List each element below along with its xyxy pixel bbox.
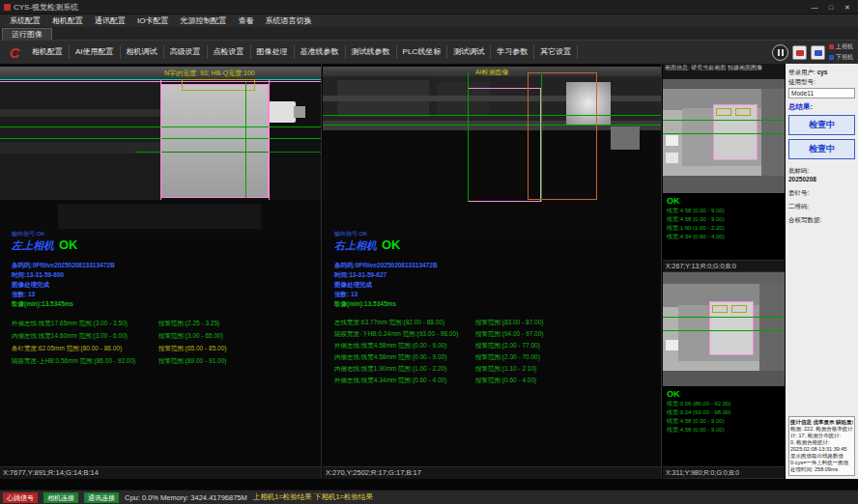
ai-overlay-label: AI检测图像	[475, 68, 509, 77]
toolbar-baseline-params[interactable]: 基准线参数	[295, 45, 346, 59]
aux-result-ok: OK	[667, 196, 785, 206]
machine-bottom-band	[663, 371, 785, 386]
machine-bottom-band	[663, 176, 785, 193]
toolbar-learn-params[interactable]: 学习参数	[491, 45, 534, 59]
stats-line: 检测: 222, 检测合格率统计:	[790, 426, 853, 433]
aux-camera-image-1[interactable]	[663, 79, 785, 193]
legend-upper-camera: 上相机	[829, 42, 853, 51]
output-signal-text: 输出信号:OK	[12, 230, 226, 238]
left-camera-view[interactable]: N字的宽度: 93; HB-Q宽度:100 输出信号:OK 左上相机 OK 条码…	[0, 64, 322, 479]
bright-spot	[666, 135, 678, 146]
aux-pixel-status-bar-2: X:311;Y:980;R:0;G:0;B:0	[663, 466, 785, 479]
machine-top-rail	[663, 79, 785, 89]
aux-pixel-status-bar-1: X:267;Y:13;R:0;G:0;B:0	[663, 260, 785, 272]
alarm-range-text: 报警范围:(0.60 - 4.00)	[475, 375, 536, 386]
menu-io-config[interactable]: IO卡配置	[131, 15, 174, 26]
menu-bar: 系统配置 相机配置 通讯配置 IO卡配置 光源控制配置 查看 系统语言切换	[0, 14, 858, 27]
right-camera-image[interactable]: AI检测图像	[323, 67, 662, 240]
toolbar-spot-check[interactable]: 点检设置	[208, 45, 251, 59]
aux-view-1[interactable]: OK 线宽:4.58 (0.00 - 9.00) 线宽:4.58 (0.00 -…	[663, 79, 785, 260]
green-measure-line	[663, 133, 785, 134]
toolbar-ai-config[interactable]: AI使用配置	[70, 45, 121, 59]
green-measure-line	[663, 317, 785, 318]
camera-name-text: 左上相机	[12, 238, 54, 253]
model-label: 使用型号:	[788, 77, 855, 87]
toolbar-testline-params[interactable]: 测试线参数	[346, 45, 397, 59]
heartbeat-indicator: 心跳信号	[3, 492, 38, 503]
aux-measure-line: 线宽:4.34 (0.60 - 4.00)	[667, 233, 785, 241]
connector-tab	[269, 101, 296, 123]
red-dot-icon	[829, 44, 834, 49]
lower-camera-view-button[interactable]	[811, 45, 825, 60]
toolbar-other-settings[interactable]: 其它设置	[534, 45, 578, 59]
camera-legend: 上相机 下相机	[829, 42, 853, 62]
menu-system-config[interactable]: 系统配置	[4, 15, 46, 26]
pause-button[interactable]	[772, 44, 788, 61]
output-signal-text: 输出信号:OK	[334, 230, 543, 238]
measurement-row: 隔膜宽度-下HB:0.24mm 范围:(93.00 - 98.00) 报警范围:…	[334, 328, 543, 340]
tab-row: 运行图像	[0, 27, 858, 40]
measurement-row: 条针宽度:62.05mm 范围:(80.00 - 86.00) 报警范围:(65…	[12, 342, 226, 354]
alarm-range-text: 报警范围:(1.10 - 2.10)	[475, 363, 536, 375]
aux-view-2[interactable]: OK 线宽:0.56 (86.00 - 92.00) 线宽:0.24 (93.0…	[663, 272, 785, 466]
toolbar-camera-config[interactable]: 相机配置	[26, 45, 70, 59]
orange-roi-box	[528, 72, 597, 200]
yellow-roi-box	[182, 79, 255, 91]
camera-link-indicator: 相机连接	[43, 492, 78, 503]
frame-count-text: 张数: 13	[12, 290, 226, 299]
time-text: 时间:13-31-59-600	[12, 270, 226, 280]
left-camera-image[interactable]: N字的宽度: 93; HB-Q宽度:100	[0, 67, 322, 240]
cpu-memory-text: Cpu: 0.0% Memory: 3424.41796875M	[125, 493, 247, 502]
measurement-row: 内侧左线:线宽4.58mm 范围:(0.00 - 9.00) 报警范围:(2.0…	[334, 351, 543, 363]
measurement-list: 外侧左线:线宽17.65mm 范围:(3.00 - 3.50) 报警范围:(2.…	[12, 317, 226, 367]
measurement-text: 外侧左线:线宽4.34mm 范围:(0.60 - 4.00)	[334, 375, 475, 386]
bright-spot	[666, 153, 678, 163]
measurement-row: 外侧左线:线宽4.34mm 范围:(0.60 - 4.00) 报警范围:(0.6…	[334, 375, 543, 386]
menu-comm-config[interactable]: 通讯配置	[89, 15, 131, 26]
machine-stripe	[0, 109, 160, 117]
pause-icon	[782, 49, 784, 56]
total-result-label: 总结果:	[788, 100, 855, 113]
menu-camera-config[interactable]: 相机配置	[46, 15, 89, 26]
legend-label: 下相机	[836, 53, 853, 62]
tab-run-image[interactable]: 运行图像	[2, 28, 52, 40]
machine-right-column	[759, 284, 785, 380]
login-row: 登录用户: cys	[788, 68, 855, 77]
measurement-text: 外侧左线:线宽4.58mm 范围:(0.00 - 9.00)	[334, 340, 475, 351]
machine-top-rail	[0, 67, 322, 79]
measurement-text: 隔膜宽度-下HB:0.24mm 范围:(93.00 - 98.00)	[334, 328, 475, 340]
pink-vertical-line	[160, 80, 161, 202]
green-measure-line	[663, 120, 785, 121]
measurement-text: 条针宽度:62.05mm 范围:(80.00 - 86.00)	[12, 342, 158, 354]
status-strip: 心跳信号 相机连接 通讯连接 Cpu: 0.0% Memory: 3424.41…	[0, 490, 858, 504]
maximize-button[interactable]: □	[824, 2, 838, 13]
measurement-row: 外侧左线:线宽17.65mm 范围:(3.00 - 3.50) 报警范围:(2.…	[12, 317, 226, 329]
toolbar-image-process[interactable]: 图像处理	[251, 45, 295, 59]
left-result-block: 输出信号:OK 左上相机 OK 条码码:0Ffliive202502081331…	[12, 230, 226, 367]
alarm-range-text: 报警范围:(2.00 - 77.00)	[475, 340, 540, 351]
minimize-button[interactable]: —	[808, 2, 821, 13]
toolbar-plc-coords[interactable]: PLC线坐标	[397, 45, 448, 59]
model-select[interactable]: Mode11	[788, 88, 855, 98]
cell-region	[160, 84, 269, 198]
board-write-label: 合板写数据:	[788, 215, 855, 224]
toolbar-test-debug[interactable]: 测试调试	[447, 45, 491, 59]
connector-tip	[294, 106, 305, 118]
toolbar-advanced-settings[interactable]: 高级设置	[164, 45, 208, 59]
toolbar-camera-debug[interactable]: 相机调试	[121, 45, 164, 59]
camera-icon	[815, 50, 822, 56]
close-button[interactable]: ✕	[841, 2, 854, 13]
upper-camera-view-button[interactable]	[792, 45, 807, 60]
aux-camera-image-2[interactable]	[663, 272, 785, 386]
bottom-code-label: 底标码:	[788, 166, 855, 175]
measurement-text: 隔膜宽度-上HB:0.56mm 范围:(86.00 - 92.00)	[12, 354, 158, 367]
menu-language[interactable]: 系统语言切换	[259, 15, 317, 26]
alarm-range-text: 报警范围:(2.25 - 3.25)	[158, 317, 219, 329]
blue-dot-icon	[829, 55, 834, 60]
alarm-range-text: 报警范围:(83.00 - 87.00)	[475, 317, 543, 328]
green-vertical-line	[468, 72, 469, 202]
menu-light-config[interactable]: 光源控制配置	[174, 15, 232, 26]
title-bar: CYS-视觉检测系统 — □ ✕	[0, 0, 858, 14]
right-camera-view[interactable]: AI检测图像 输出信号:OK 右上相机 OK 条码码:0Ffliive20250…	[323, 64, 662, 479]
menu-view[interactable]: 查看	[232, 15, 259, 26]
